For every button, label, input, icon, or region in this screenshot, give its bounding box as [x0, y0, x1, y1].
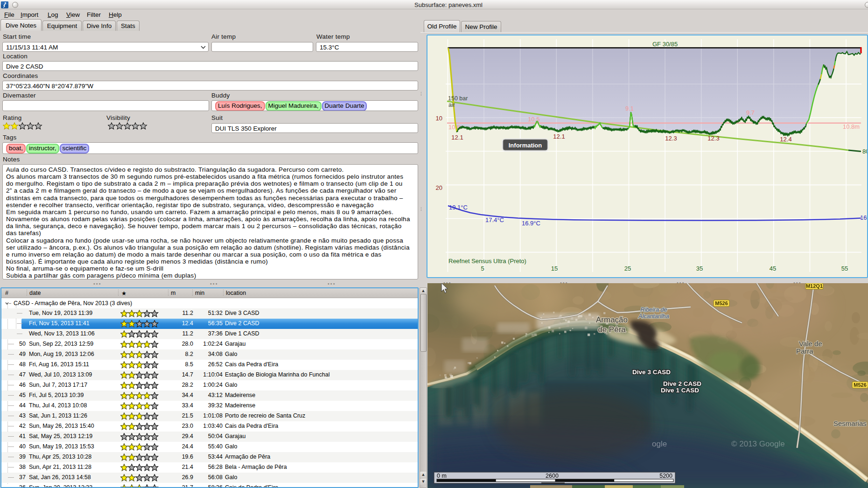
svg-text:17.4°C: 17.4°C	[485, 216, 504, 223]
svg-text:10.8m: 10.8m	[843, 123, 860, 130]
svg-text:Alcantarilha: Alcantarilha	[638, 313, 669, 320]
svg-text:2600: 2600	[546, 473, 559, 479]
svg-text:Ribeira de: Ribeira de	[641, 307, 667, 313]
svg-text:M526: M526	[715, 300, 728, 306]
svg-text:© 2013 Google: © 2013 Google	[731, 439, 785, 448]
svg-text:150 bar: 150 bar	[448, 95, 468, 102]
svg-text:55: 55	[841, 265, 848, 272]
svg-text:80: 80	[862, 148, 867, 155]
svg-text:0 m: 0 m	[437, 473, 447, 479]
svg-text:Parra: Parra	[796, 347, 813, 355]
svg-text:M12Q1: M12Q1	[806, 283, 823, 289]
svg-text:Dive 2 CASD: Dive 2 CASD	[663, 380, 701, 387]
svg-text:Dive 3 CASD: Dive 3 CASD	[632, 369, 671, 376]
svg-text:Reefnet Sensus Ultra (Preto): Reefnet Sensus Ultra (Preto)	[448, 258, 526, 265]
svg-text:12.1: 12.1	[553, 133, 565, 140]
svg-text:12.3: 12.3	[665, 135, 677, 142]
svg-text:16.9°C: 16.9°C	[522, 220, 540, 227]
svg-text:ogle: ogle	[652, 439, 667, 448]
svg-text:35: 35	[696, 265, 703, 272]
svg-text:12.3: 12.3	[707, 135, 719, 142]
svg-text:Vale de: Vale de	[799, 340, 822, 348]
svg-text:10: 10	[436, 115, 442, 122]
svg-text:Armação: Armação	[596, 315, 628, 324]
svg-text:5200: 5200	[659, 473, 672, 479]
svg-text:Dive 1 CASD: Dive 1 CASD	[661, 387, 699, 394]
svg-text:air: air	[448, 102, 455, 108]
svg-text:10.5: 10.5	[528, 116, 539, 123]
svg-text:Sesmarias: Sesmarias	[833, 419, 867, 427]
svg-text:16: 16	[860, 214, 867, 221]
svg-text:20: 20	[436, 184, 442, 191]
svg-text:19.1°C: 19.1°C	[449, 204, 468, 211]
svg-text:GF 30/85: GF 30/85	[652, 41, 678, 48]
svg-text:de Pêra: de Pêra	[598, 325, 626, 334]
svg-text:25: 25	[624, 265, 631, 272]
svg-text:45: 45	[770, 265, 776, 272]
svg-text:Information: Information	[509, 142, 542, 149]
svg-text:15: 15	[551, 265, 558, 272]
svg-text:M526: M526	[854, 382, 867, 388]
svg-text:5: 5	[481, 265, 484, 272]
svg-text:12.1: 12.1	[451, 134, 463, 141]
svg-text:12.4: 12.4	[780, 136, 791, 143]
svg-text:9.1: 9.1	[625, 105, 634, 112]
svg-text:9.7: 9.7	[746, 109, 755, 116]
